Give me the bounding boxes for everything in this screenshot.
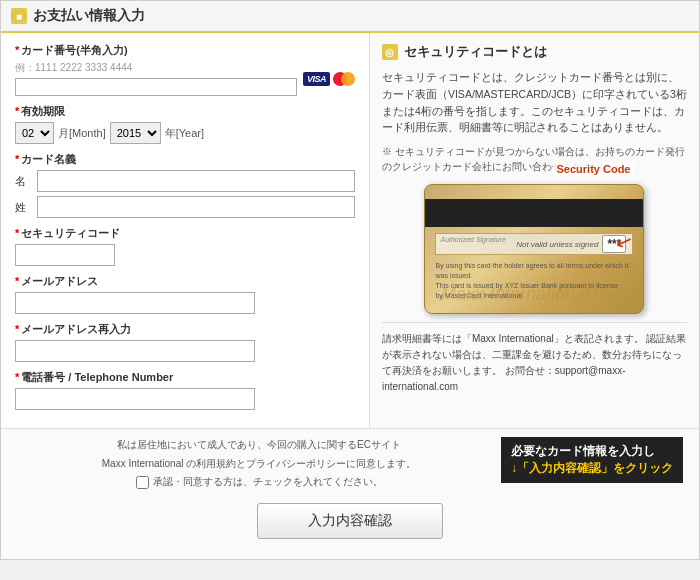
- agree-checkbox-row: 承認・同意する方は、チェックを入れてください。: [17, 475, 501, 489]
- info-header: ◎ セキュリティコードとは: [382, 43, 687, 61]
- email-confirm-label: *メールアドレス再入力: [15, 322, 355, 337]
- agree-checkbox[interactable]: [136, 476, 149, 489]
- email-confirm-input[interactable]: [15, 340, 255, 362]
- card-logos: VISA: [303, 72, 355, 86]
- phone-input[interactable]: [15, 388, 255, 410]
- phone-group: *電話番号 / Telephone Number: [15, 370, 355, 410]
- page-container: ■ お支払い情報入力 *カード番号(半角入力) 例：1111 2222 3333…: [0, 0, 700, 560]
- security-code-label: *セキュリティコード: [15, 226, 355, 241]
- card-number-hint: 例：1111 2222 3333 4444: [15, 61, 297, 75]
- annotation-line1: 必要なカード情報を入力し: [511, 443, 673, 460]
- info-description: セキュリティコードとは、クレジットカード番号とは別に、カード表面（VISA/MA…: [382, 69, 687, 136]
- expiry-month-select[interactable]: 02 010304 050607 080910 1112: [15, 122, 54, 144]
- signature-area: Authorized Signature Not valid unless si…: [435, 233, 633, 255]
- annotation-line2: ↓「入力内容確認」をクリック: [511, 460, 673, 477]
- form-column: *カード番号(半角入力) 例：1111 2222 3333 4444 VISA: [1, 33, 370, 428]
- credit-card-back-image: Authorized Signature Not valid unless si…: [424, 184, 644, 314]
- magnetic-strip: [425, 199, 643, 227]
- first-name-input[interactable]: [37, 170, 355, 192]
- card-number-input[interactable]: [15, 78, 297, 96]
- card-number-label: *カード番号(半角入力): [15, 43, 355, 58]
- security-code-badge: Security Code: [553, 162, 635, 176]
- annotation-overlay: 必要なカード情報を入力し ↓「入力内容確認」をクリック: [501, 437, 683, 483]
- first-name-sublabel: 名: [15, 174, 33, 189]
- header-icon: ■: [11, 8, 27, 24]
- card-image-wrapper: Security Code Authorized Signature Not v…: [382, 184, 687, 314]
- agree-checkbox-label: 承認・同意する方は、チェックを入れてください。: [153, 475, 383, 489]
- expiry-year-select[interactable]: 2014 2015 201620172018 201920202021 2022…: [110, 122, 161, 144]
- email-confirm-group: *メールアドレス再入力: [15, 322, 355, 362]
- last-name-row: 姓: [15, 196, 355, 218]
- card-name-group: *カード名義 名 姓: [15, 152, 355, 218]
- expiry-label: *有効期限: [15, 104, 355, 119]
- card-number-row: 例：1111 2222 3333 4444 VISA: [15, 61, 355, 96]
- phone-label: *電話番号 / Telephone Number: [15, 370, 355, 385]
- email-label: *メールアドレス: [15, 274, 355, 289]
- info-icon: ◎: [382, 44, 398, 60]
- email-group: *メールアドレス: [15, 274, 355, 314]
- expiry-row: 02 010304 050607 080910 1112 月[Month] 20…: [15, 122, 355, 144]
- info-title: セキュリティコードとは: [404, 43, 547, 61]
- header-bar: ■ お支払い情報入力: [1, 1, 699, 33]
- footer-text1: 私は居住地において成人であり、今回の購入に関するECサイト: [17, 437, 501, 452]
- submit-button-row: 入力内容確認: [17, 493, 683, 551]
- info-panel: ◎ セキュリティコードとは セキュリティコードとは、クレジットカード番号とは別に…: [370, 33, 699, 428]
- expiry-group: *有効期限 02 010304 050607 080910 1112 月[Mon…: [15, 104, 355, 144]
- page-title: お支払い情報入力: [33, 7, 145, 25]
- security-code-group: *セキュリティコード: [15, 226, 355, 266]
- last-name-sublabel: 姓: [15, 200, 33, 215]
- submit-button[interactable]: 入力内容確認: [257, 503, 443, 539]
- email-input[interactable]: [15, 292, 255, 314]
- visa-logo: VISA: [303, 72, 330, 86]
- card-number-group: *カード番号(半角入力) 例：1111 2222 3333 4444 VISA: [15, 43, 355, 96]
- month-label: 月[Month]: [58, 126, 106, 141]
- main-content: *カード番号(半角入力) 例：1111 2222 3333 4444 VISA: [1, 33, 699, 428]
- first-name-row: 名: [15, 170, 355, 192]
- card-name-label: *カード名義: [15, 152, 355, 167]
- footer-area: 私は居住地において成人であり、今回の購入に関するECサイト Maxx Inter…: [1, 428, 699, 559]
- info-note: ※ セキュリティコードが見つからない場合は、お持ちのカード発行のクレジットカード…: [382, 144, 687, 174]
- footer-text2: Maxx International の利用規約とプライバシーポリシーに同意しま…: [17, 456, 501, 471]
- billing-info: 請求明細書等には「Maxx International」と表記されます。 認証結…: [382, 322, 687, 395]
- mastercard-logo: [333, 72, 355, 86]
- year-label: 年[Year]: [165, 126, 204, 141]
- card-watermark: Maxx-International.com: [441, 284, 628, 305]
- last-name-input[interactable]: [37, 196, 355, 218]
- security-code-input[interactable]: [15, 244, 115, 266]
